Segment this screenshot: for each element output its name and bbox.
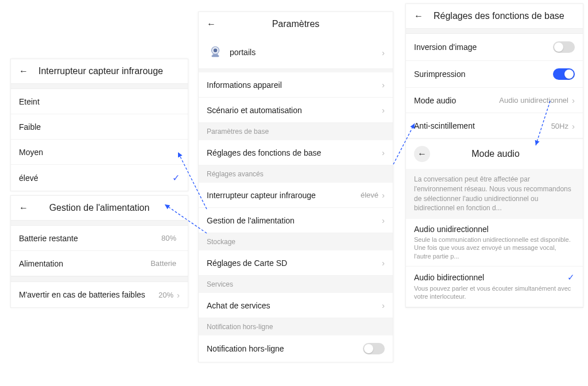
back-icon[interactable]: ← [207,19,220,29]
back-icon[interactable]: ← [19,66,33,76]
audio-bi-option[interactable]: Audio bidirectionnel✓ Vous pouvez parler… [406,267,583,307]
audio-uni-option[interactable]: Audio unidirectionnel Seule la communica… [406,219,583,267]
power-panel: ← Gestion de l'alimentation Batterie res… [10,195,188,308]
anti-flicker-row[interactable]: Anti-scintillement50Hz› [406,113,583,138]
section-advanced: Réglages avancés [199,165,393,183]
toggle[interactable] [363,343,385,354]
back-icon[interactable]: ← [414,146,430,162]
image-invert-row[interactable]: Inversion d'image [406,34,583,61]
power-mgmt-row[interactable]: Gestion de l'alimentation› [199,208,393,233]
ir-option[interactable]: Faible [11,114,188,140]
main-settings-panel: ← Paramètres portails › Informations app… [198,11,393,362]
svg-rect-3 [212,55,219,57]
basic-functions-panel: ← Réglages des fonctions de base Inversi… [405,3,583,139]
separator [11,276,188,282]
audio-mode-row[interactable]: Mode audioAudio unidirectionnel› [406,88,583,113]
basic-settings-row[interactable]: Réglages des fonctions de base› [199,140,393,165]
section-notif: Notification hors-ligne [199,318,393,335]
svg-rect-2 [212,54,218,55]
ir-panel: ← Interrupteur capteur infrarouge Eteint… [10,59,188,191]
ir-option[interactable]: Eteint [11,89,188,114]
chevron-right-icon: › [382,300,385,310]
main-title: Paramètres [220,19,371,29]
svg-point-1 [214,49,218,53]
main-header: ← Paramètres [199,12,393,36]
purchase-services-row[interactable]: Achat de services› [199,293,393,318]
toggle[interactable] [553,41,575,53]
ir-switch-row[interactable]: Interrupteur capteur infrarougeélevé› [199,183,393,208]
device-info-row[interactable]: Informations appareil› [199,72,393,98]
separator [406,28,583,34]
power-source-row[interactable]: Alimentation Batterie [11,251,188,276]
ir-option[interactable]: Moyen [11,140,188,165]
offline-notif-row[interactable]: Notification hors-ligne [199,335,393,362]
chevron-right-icon: › [382,215,385,225]
audio-desc: La conversation peut être affectée par l… [406,169,583,219]
ir-title: Interrupteur capteur infrarouge [38,66,180,76]
audio-title: Mode audio [430,149,561,159]
pwr-title: Gestion de l'alimentation [33,203,166,213]
basic-title: Réglages des fonctions de base [434,11,575,21]
separator [11,83,188,89]
scenario-row[interactable]: Scénario et automatisation› [199,98,393,123]
chevron-right-icon: › [382,80,385,90]
ir-header: ← Interrupteur capteur infrarouge [11,59,188,83]
pwr-header: ← Gestion de l'alimentation [11,196,188,220]
ir-option[interactable]: élevé✓ [11,165,188,191]
back-icon[interactable]: ← [414,11,428,21]
separator [11,220,188,226]
chevron-right-icon: › [177,290,180,300]
chevron-right-icon: › [572,121,575,131]
audio-header: ← Mode audio [406,139,583,169]
check-icon: ✓ [172,172,180,183]
chevron-right-icon: › [572,95,575,105]
basic-header: ← Réglages des fonctions de base [406,4,583,28]
section-basic: Paramètres de base [199,123,393,140]
camera-icon [207,44,224,61]
overlay-row[interactable]: Surimpression [406,61,583,88]
back-icon[interactable]: ← [19,203,33,213]
chevron-right-icon: › [382,48,385,57]
chevron-right-icon: › [382,105,385,115]
sd-card-row[interactable]: Réglages de Carte SD› [199,250,393,276]
device-row[interactable]: portails › [199,36,393,69]
check-icon: ✓ [567,272,575,283]
section-storage: Stockage [199,233,393,250]
battery-remaining-row[interactable]: Batterie restante 80% [11,226,188,251]
low-battery-warn-row[interactable]: M'avertir en cas de batteries faibles 20… [11,282,188,307]
audio-mode-panel: ← Mode audio La conversation peut être a… [405,138,583,308]
chevron-right-icon: › [382,258,385,268]
chevron-right-icon: › [382,190,385,200]
toggle[interactable] [553,68,575,80]
chevron-right-icon: › [382,148,385,157]
section-services: Services [199,276,393,293]
